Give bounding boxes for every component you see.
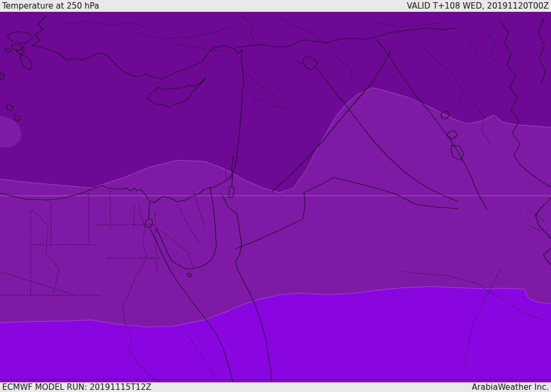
map-title: Temperature at 250 hPa [0, 2, 101, 10]
credit-label: ArabiaWeather Inc. [470, 383, 551, 391]
model-run-label: ECMWF MODEL RUN: 20191115T12Z [0, 383, 153, 391]
weather-map [0, 12, 551, 382]
map-svg [0, 12, 551, 382]
valid-time-label: VALID T+108 WED, 20191120T00Z [405, 2, 551, 10]
footer-bar: ECMWF MODEL RUN: 20191115T12Z ArabiaWeat… [0, 382, 551, 392]
header-bar: Temperature at 250 hPa VALID T+108 WED, … [0, 0, 551, 12]
